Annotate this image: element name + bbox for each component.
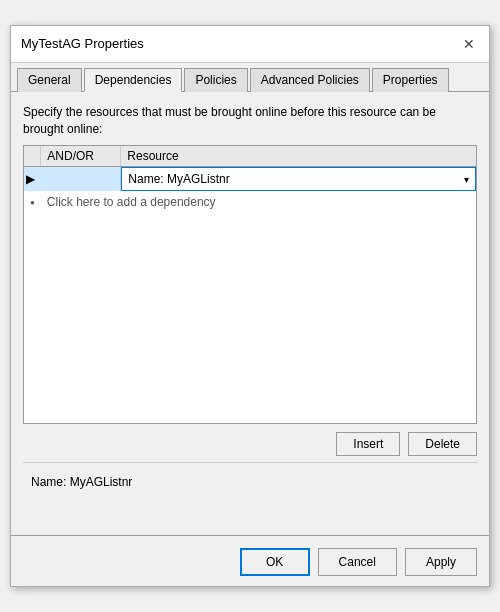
ok-button[interactable]: OK bbox=[240, 548, 310, 576]
title-bar: MyTestAG Properties ✕ bbox=[11, 26, 489, 63]
table-actions: Insert Delete bbox=[23, 432, 477, 456]
row-and-or-cell bbox=[41, 167, 121, 192]
info-text: Name: MyAGListnr bbox=[31, 475, 132, 489]
properties-window: MyTestAG Properties ✕ General Dependenci… bbox=[10, 25, 490, 588]
dependencies-table-container: AND/OR Resource ▶ Name: MyAGListnr ▾ bbox=[23, 145, 477, 424]
tab-content: Specify the resources that must be broug… bbox=[11, 92, 489, 532]
empty-row-7 bbox=[24, 393, 476, 423]
header-resource: Resource bbox=[121, 146, 476, 167]
tab-properties[interactable]: Properties bbox=[372, 68, 449, 92]
empty-row-3 bbox=[24, 273, 476, 303]
description-text: Specify the resources that must be broug… bbox=[23, 104, 477, 138]
dependencies-table: AND/OR Resource ▶ Name: MyAGListnr ▾ bbox=[24, 146, 476, 423]
tab-policies[interactable]: Policies bbox=[184, 68, 247, 92]
add-dependency-row[interactable]: ● Click here to add a dependency bbox=[24, 191, 476, 213]
info-panel: Name: MyAGListnr bbox=[23, 469, 477, 519]
delete-button[interactable]: Delete bbox=[408, 432, 477, 456]
row-arrow-cell: ▶ bbox=[24, 167, 41, 192]
tab-general[interactable]: General bbox=[17, 68, 82, 92]
resource-dropdown[interactable]: Name: MyAGListnr ▾ bbox=[121, 167, 476, 191]
header-and-or: AND/OR bbox=[41, 146, 121, 167]
close-button[interactable]: ✕ bbox=[459, 34, 479, 54]
resource-value: Name: MyAGListnr bbox=[128, 172, 229, 186]
empty-row-2 bbox=[24, 243, 476, 273]
add-bullet: ● bbox=[24, 191, 41, 213]
empty-row-1 bbox=[24, 213, 476, 243]
add-dependency-label: Click here to add a dependency bbox=[41, 191, 476, 213]
tab-bar: General Dependencies Policies Advanced P… bbox=[11, 63, 489, 92]
apply-button[interactable]: Apply bbox=[405, 548, 477, 576]
insert-button[interactable]: Insert bbox=[336, 432, 400, 456]
empty-row-6 bbox=[24, 363, 476, 393]
table-header-row: AND/OR Resource bbox=[24, 146, 476, 167]
empty-row-4 bbox=[24, 303, 476, 333]
tab-advanced-policies[interactable]: Advanced Policies bbox=[250, 68, 370, 92]
row-resource-cell: Name: MyAGListnr ▾ bbox=[121, 167, 476, 192]
bottom-buttons: OK Cancel Apply bbox=[11, 540, 489, 586]
tab-dependencies[interactable]: Dependencies bbox=[84, 68, 183, 92]
header-arrow bbox=[24, 146, 41, 167]
bottom-divider bbox=[11, 535, 489, 536]
empty-row-5 bbox=[24, 333, 476, 363]
divider bbox=[23, 462, 477, 463]
cancel-button[interactable]: Cancel bbox=[318, 548, 397, 576]
window-title: MyTestAG Properties bbox=[21, 36, 144, 51]
table-row[interactable]: ▶ Name: MyAGListnr ▾ bbox=[24, 167, 476, 192]
dropdown-arrow-icon: ▾ bbox=[464, 174, 469, 185]
